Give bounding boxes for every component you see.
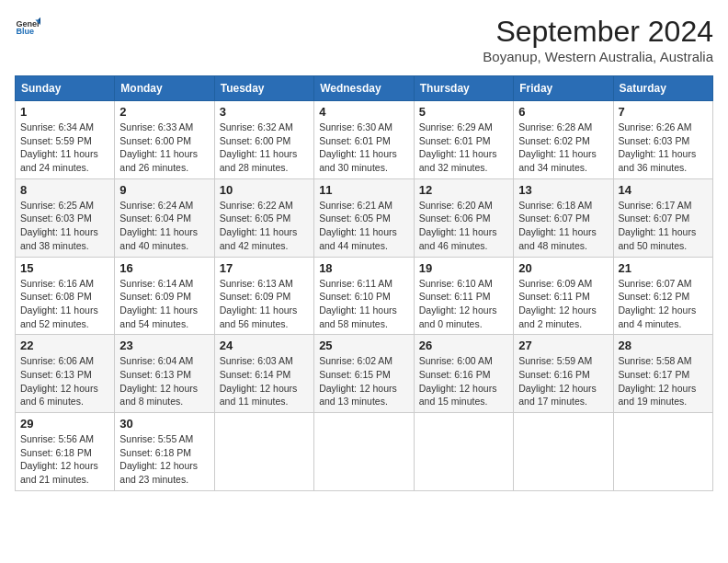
table-row: 20Sunrise: 6:09 AMSunset: 6:11 PMDayligh… xyxy=(514,257,613,335)
table-row: 19Sunrise: 6:10 AMSunset: 6:11 PMDayligh… xyxy=(414,257,513,335)
col-saturday: Saturday xyxy=(613,76,713,101)
col-tuesday: Tuesday xyxy=(214,76,313,101)
table-row: 28Sunrise: 5:58 AMSunset: 6:17 PMDayligh… xyxy=(613,335,713,413)
table-row: 27Sunrise: 5:59 AMSunset: 6:16 PMDayligh… xyxy=(514,335,613,413)
calendar-header-row: Sunday Monday Tuesday Wednesday Thursday… xyxy=(16,76,713,101)
logo-icon: General Blue xyxy=(15,15,40,40)
table-row: 13Sunrise: 6:18 AMSunset: 6:07 PMDayligh… xyxy=(514,178,613,257)
table-row: 22Sunrise: 6:06 AMSunset: 6:13 PMDayligh… xyxy=(16,335,115,413)
table-row: 5Sunrise: 6:29 AMSunset: 6:01 PMDaylight… xyxy=(414,101,513,179)
table-row: 3Sunrise: 6:32 AMSunset: 6:00 PMDaylight… xyxy=(214,101,313,179)
table-row: 9Sunrise: 6:24 AMSunset: 6:04 PMDaylight… xyxy=(115,178,214,257)
table-row xyxy=(214,413,313,491)
table-row xyxy=(514,413,613,491)
table-row: 8Sunrise: 6:25 AMSunset: 6:03 PMDaylight… xyxy=(16,178,115,257)
col-wednesday: Wednesday xyxy=(314,76,415,101)
table-row: 29Sunrise: 5:56 AMSunset: 6:18 PMDayligh… xyxy=(16,413,115,491)
month-title: September 2024 xyxy=(483,15,713,49)
table-row: 26Sunrise: 6:00 AMSunset: 6:16 PMDayligh… xyxy=(414,335,513,413)
col-monday: Monday xyxy=(115,76,214,101)
table-row: 14Sunrise: 6:17 AMSunset: 6:07 PMDayligh… xyxy=(613,178,713,257)
table-row: 30Sunrise: 5:55 AMSunset: 6:18 PMDayligh… xyxy=(115,413,214,491)
table-row: 18Sunrise: 6:11 AMSunset: 6:10 PMDayligh… xyxy=(314,257,415,335)
table-row xyxy=(414,413,513,491)
col-friday: Friday xyxy=(514,76,613,101)
table-row: 12Sunrise: 6:20 AMSunset: 6:06 PMDayligh… xyxy=(414,178,513,257)
col-thursday: Thursday xyxy=(414,76,513,101)
table-row: 10Sunrise: 6:22 AMSunset: 6:05 PMDayligh… xyxy=(214,178,313,257)
table-row: 25Sunrise: 6:02 AMSunset: 6:15 PMDayligh… xyxy=(314,335,415,413)
table-row: 24Sunrise: 6:03 AMSunset: 6:14 PMDayligh… xyxy=(214,335,313,413)
page-header: General Blue September 2024 Boyanup, Wes… xyxy=(15,15,713,64)
table-row: 4Sunrise: 6:30 AMSunset: 6:01 PMDaylight… xyxy=(314,101,415,179)
table-row: 2Sunrise: 6:33 AMSunset: 6:00 PMDaylight… xyxy=(115,101,214,179)
title-block: September 2024 Boyanup, Western Australi… xyxy=(483,15,713,64)
table-row: 16Sunrise: 6:14 AMSunset: 6:09 PMDayligh… xyxy=(115,257,214,335)
table-row: 1Sunrise: 6:34 AMSunset: 5:59 PMDaylight… xyxy=(16,101,115,179)
table-row: 23Sunrise: 6:04 AMSunset: 6:13 PMDayligh… xyxy=(115,335,214,413)
table-row: 11Sunrise: 6:21 AMSunset: 6:05 PMDayligh… xyxy=(314,178,415,257)
col-sunday: Sunday xyxy=(16,76,115,101)
table-row: 7Sunrise: 6:26 AMSunset: 6:03 PMDaylight… xyxy=(613,101,713,179)
location: Boyanup, Western Australia, Australia xyxy=(483,49,713,64)
table-row: 15Sunrise: 6:16 AMSunset: 6:08 PMDayligh… xyxy=(16,257,115,335)
table-row: 17Sunrise: 6:13 AMSunset: 6:09 PMDayligh… xyxy=(214,257,313,335)
table-row xyxy=(314,413,415,491)
table-row xyxy=(613,413,713,491)
svg-text:Blue: Blue xyxy=(16,27,34,36)
calendar-table: Sunday Monday Tuesday Wednesday Thursday… xyxy=(15,75,713,491)
logo: General Blue xyxy=(15,15,40,40)
table-row: 6Sunrise: 6:28 AMSunset: 6:02 PMDaylight… xyxy=(514,101,613,179)
table-row: 21Sunrise: 6:07 AMSunset: 6:12 PMDayligh… xyxy=(613,257,713,335)
